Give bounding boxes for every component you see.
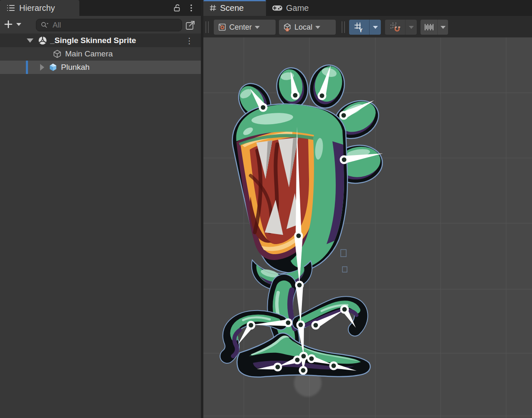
bone-joint-dot	[342, 158, 347, 162]
prefab-cube-icon	[48, 63, 58, 72]
grid-visibility-toggle[interactable]: Y	[349, 20, 369, 35]
bone-joint-dot	[332, 364, 336, 368]
tree-row-main-camera[interactable]: Main Camera	[0, 47, 201, 61]
row-label: Main Camera	[65, 49, 113, 59]
kebab-menu-icon[interactable]	[187, 3, 195, 13]
toolbar-drag-handle[interactable]	[205, 21, 209, 33]
bone-joint-dot	[342, 113, 346, 118]
grid-visibility-icon: Y	[354, 22, 365, 33]
add-object-button[interactable]	[3, 19, 13, 29]
hierarchy-tab-strip: Hierarchy	[0, 0, 201, 16]
foldout-expanded-icon[interactable]	[27, 38, 33, 43]
scene-viewport[interactable]	[203, 38, 532, 418]
dropdown-caret-icon	[441, 26, 446, 29]
pivot-mode-button[interactable]: Center	[214, 20, 276, 35]
gamepad-icon	[272, 4, 283, 12]
scene-kebab-menu-icon[interactable]: ⋮	[185, 37, 193, 45]
unity-editor-window: Hierarchy	[0, 0, 532, 418]
snap-increment-dropdown[interactable]	[437, 20, 448, 35]
bone-joint-dot	[286, 321, 291, 325]
hierarchy-tab-title: Hierarchy	[19, 3, 55, 13]
grid-snapping-group	[385, 20, 417, 35]
search-input[interactable]	[52, 20, 173, 30]
grid-snapping-dropdown[interactable]	[405, 20, 417, 35]
bone-joint-dot	[301, 354, 306, 359]
unity-scene-icon	[38, 36, 48, 46]
orientation-mode-button[interactable]: Local	[279, 20, 336, 35]
bone-joint-dot	[293, 93, 298, 98]
tab-scene[interactable]: Scene	[203, 0, 266, 16]
scene-tab-title: Scene	[220, 3, 244, 13]
scene-panel: Scene Game Center	[203, 0, 532, 418]
grid-snapping-toggle[interactable]	[385, 20, 405, 35]
grid-visibility-group: Y	[349, 20, 381, 35]
scene-toolbar: Center Local	[203, 16, 532, 38]
grid-axis-letter: Y	[359, 28, 362, 33]
grid-visibility-dropdown[interactable]	[369, 20, 381, 35]
prefab-indicator-bar	[26, 61, 28, 74]
hierarchy-search-field[interactable]	[36, 19, 182, 31]
foldout-collapsed-icon[interactable]	[40, 64, 44, 71]
bone-joint-dot	[249, 323, 253, 328]
tab-game[interactable]: Game	[266, 0, 329, 16]
bone-joint-dot	[276, 365, 280, 370]
selection-outline-fragments	[341, 250, 347, 272]
open-search-window-icon[interactable]	[185, 20, 196, 31]
gameobject-cube-icon	[53, 49, 62, 59]
scene-tab-strip: Scene Game	[203, 0, 532, 16]
dropdown-caret-icon	[373, 26, 378, 29]
bone-joint-dot	[296, 234, 301, 238]
active-tab-accent	[203, 0, 266, 1]
local-axis-icon	[283, 23, 291, 31]
snap-increment-group	[421, 20, 448, 35]
bone-joint-dot	[297, 283, 302, 288]
bone-joint-dot	[301, 368, 306, 373]
bone-joint-dot	[309, 357, 314, 361]
row-label: Plunkah	[61, 63, 90, 72]
list-icon	[6, 3, 16, 13]
unlock-icon[interactable]	[172, 3, 182, 13]
orientation-dropdown-caret-icon	[315, 26, 320, 29]
bone-joint-dot	[320, 94, 324, 98]
bone-joint-dot	[314, 323, 318, 328]
scene-name-label: _Single Skinned Sprite	[50, 36, 136, 45]
grid-icon	[209, 4, 217, 12]
add-object-dropdown-caret-icon[interactable]	[16, 23, 21, 26]
scene-canvas[interactable]	[203, 38, 532, 418]
bone-joint-dot	[342, 307, 347, 312]
snap-increment-button[interactable]	[421, 20, 437, 35]
pivot-center-icon	[218, 23, 226, 31]
hierarchy-panel: Hierarchy	[0, 0, 201, 418]
toolbar-drag-handle[interactable]	[342, 21, 345, 33]
snap-increment-ruler-icon	[424, 22, 434, 32]
snap-magnet-icon	[390, 22, 400, 33]
bone-joint-dot	[299, 323, 303, 327]
dropdown-caret-icon	[409, 26, 414, 29]
hierarchy-toolbar	[0, 16, 201, 34]
pivot-mode-label: Center	[229, 23, 252, 32]
orientation-mode-label: Local	[294, 23, 312, 32]
tree-row-plunkah[interactable]: Plunkah	[0, 61, 201, 74]
search-icon[interactable]	[40, 21, 49, 29]
pivot-dropdown-caret-icon	[255, 26, 260, 29]
bone-joint-dot	[261, 105, 266, 110]
bone-joint-dot	[295, 358, 300, 362]
tab-hierarchy[interactable]: Hierarchy	[0, 0, 79, 16]
scene-header-row[interactable]: _Single Skinned Sprite ⋮	[0, 34, 201, 47]
game-tab-title: Game	[286, 3, 309, 13]
